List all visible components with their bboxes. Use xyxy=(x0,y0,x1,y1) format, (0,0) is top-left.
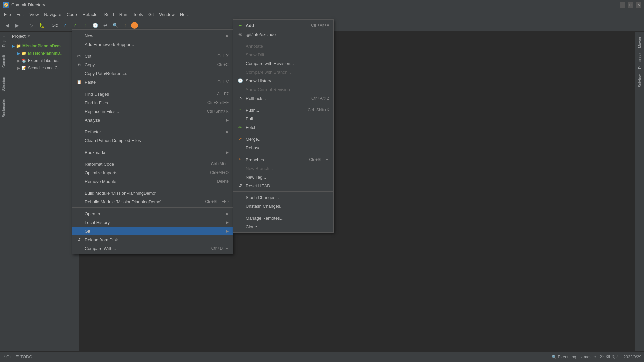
ctx-git-new-tag[interactable]: New Tag... xyxy=(233,173,333,181)
ctx-analyze[interactable]: Analyze ▶ xyxy=(72,116,233,124)
menu-help[interactable]: He... xyxy=(177,11,192,18)
sidebar-item-bookmarks[interactable]: Bookmarks xyxy=(0,95,9,121)
toolbar-git-check[interactable]: ✓ xyxy=(71,21,79,30)
ctx-compare-with[interactable]: Compare With... Ctrl+D ▼ xyxy=(72,244,233,253)
menu-bar: File Edit View Navigate Code Refactor Bu… xyxy=(0,10,644,19)
toolbar-git-history[interactable]: 🕐 xyxy=(91,21,100,30)
ctx-build-module[interactable]: Build Module 'MissionPlanningDemo' xyxy=(72,189,233,197)
menu-navigate[interactable]: Navigate xyxy=(41,11,64,18)
panel-dropdown-icon[interactable]: ▼ xyxy=(27,34,31,38)
menu-code[interactable]: Code xyxy=(64,11,80,18)
ctx-optimize[interactable]: Optimize Imports Ctrl+Alt+O xyxy=(72,168,233,177)
tree-item-mission[interactable]: ▶ 📁 MissionPlanninD... xyxy=(9,50,79,57)
menu-tools[interactable]: Tools xyxy=(130,11,146,18)
ctx-find-in-files[interactable]: Find in Files... Ctrl+Shift+F xyxy=(72,98,233,107)
sidebar-item-project[interactable]: Project xyxy=(0,32,9,51)
toolbar-circle[interactable]: ● xyxy=(131,22,138,29)
tree-item-scratches[interactable]: ▶ 📝 Scratches and C... xyxy=(9,64,79,72)
ctx-git-rollback[interactable]: ↺ Rollback... Ctrl+Alt+Z xyxy=(233,94,333,103)
menu-run[interactable]: Run xyxy=(117,11,130,18)
close-button[interactable]: ✕ xyxy=(636,2,641,8)
ctx-cut-label: Cut xyxy=(85,54,91,59)
ctx-git-manage-remotes[interactable]: Manage Remotes... xyxy=(233,214,333,222)
ctx-bookmarks[interactable]: Bookmarks ▶ xyxy=(72,148,233,157)
toolbar-run[interactable]: ▷ xyxy=(27,21,36,30)
ctx-copy[interactable]: ⎘Copy Ctrl+C xyxy=(72,60,233,69)
ctx-add-fw-label: Add Framework Support... xyxy=(85,42,136,47)
sidebar-maven[interactable]: Maven xyxy=(636,34,643,51)
ctx-git-show-history[interactable]: 🕐 Show History xyxy=(233,76,333,85)
ctx-git-merge[interactable]: ⤢ Merge... xyxy=(233,135,333,143)
menu-build[interactable]: Build xyxy=(102,11,117,18)
sidebar-database[interactable]: Database xyxy=(636,51,643,72)
sidebar-item-structure[interactable]: Structure xyxy=(0,72,9,95)
ctx-git-stash[interactable]: Stash Changes... xyxy=(233,193,333,202)
tree-item-external[interactable]: ▶ 📚 External Librarie... xyxy=(9,57,79,64)
ctx-open-in[interactable]: Open In ▶ xyxy=(72,209,233,218)
menu-file[interactable]: File xyxy=(1,11,14,18)
ctx-reload-disk[interactable]: ↺Reload from Disk xyxy=(72,235,233,244)
ctx-local-history[interactable]: Local History ▶ xyxy=(72,218,233,227)
toolbar-back[interactable]: ◀ xyxy=(3,21,11,30)
ctx-add-framework[interactable]: Add Framework Support... xyxy=(72,40,233,49)
ctx-replace-icon xyxy=(76,109,82,114)
toolbar-git-rollback[interactable]: ↩ xyxy=(101,21,110,30)
menu-git[interactable]: Git xyxy=(146,11,157,18)
ctx-git-clone[interactable]: Clone... xyxy=(233,222,333,231)
ctx-clean-icon xyxy=(76,138,82,143)
ctx-replace-in-files[interactable]: Replace in Files... Ctrl+Shift+R xyxy=(72,107,233,116)
title-bar-controls[interactable]: ─ □ ✕ xyxy=(620,2,641,8)
ctx-rebuild-module[interactable]: Rebuild Module 'MissionPlanningDemo' Ctr… xyxy=(72,197,233,206)
ctx-git-exclude[interactable]: ◉ .git/info/exclude xyxy=(233,30,333,39)
ctx-cut[interactable]: ✂Cut Ctrl+X xyxy=(72,52,233,60)
ctx-refactor[interactable]: Refactor ▶ xyxy=(72,127,233,136)
ctx-git-unstash[interactable]: Unstash Changes... xyxy=(233,202,333,210)
menu-window[interactable]: Window xyxy=(157,11,177,18)
ctx-new-label: New xyxy=(85,33,93,38)
ctx-git-push[interactable]: ↑ Push... Ctrl+Shift+K xyxy=(233,106,333,114)
ctx-git[interactable]: Git ▶ xyxy=(72,227,233,235)
ctx-compare-dropdown[interactable]: ▼ xyxy=(225,247,229,250)
ctx-sep-5 xyxy=(72,158,233,158)
sidebar-sciview[interactable]: SciView xyxy=(636,72,643,90)
ctx-git-show-history-label: Show History xyxy=(246,78,271,83)
menu-edit[interactable]: Edit xyxy=(14,11,26,18)
git-status-btn[interactable]: ⑂ Git xyxy=(3,355,11,359)
ctx-sep-6 xyxy=(72,187,233,187)
ctx-git-pull[interactable]: Pull... xyxy=(233,114,333,123)
ctx-new-arrow: ▶ xyxy=(226,34,229,38)
event-log-btn[interactable]: 🔍 Event Log xyxy=(552,355,576,359)
menu-refactor[interactable]: Refactor xyxy=(80,11,102,18)
ctx-git-fetch[interactable]: ✏ Fetch xyxy=(233,123,333,132)
toolbar-forward[interactable]: ▶ xyxy=(13,21,21,30)
maximize-button[interactable]: □ xyxy=(628,2,633,8)
ctx-git-add[interactable]: + Add Ctrl+Alt+A xyxy=(233,21,333,30)
ctx-remove-module[interactable]: Remove Module Delete xyxy=(72,177,233,186)
folder-mission-icon: 📁 xyxy=(21,51,26,56)
ctx-find-files-shortcut: Ctrl+Shift+F xyxy=(207,100,229,105)
ctx-git-branches[interactable]: ⑂ Branches... Ctrl+Shift+` xyxy=(233,155,333,164)
toolbar-upload[interactable]: ↑ xyxy=(121,21,130,30)
ctx-reformat[interactable]: Reformat Code Ctrl+Alt+L xyxy=(72,160,233,168)
menu-view[interactable]: View xyxy=(26,11,41,18)
ctx-reload-icon: ↺ xyxy=(76,237,82,242)
minimize-button[interactable]: ─ xyxy=(620,2,625,8)
tree-item-root[interactable]: ▶ 📁 MissionPlanninDem xyxy=(9,42,79,50)
ctx-git-compare-revision[interactable]: Compare with Revision... xyxy=(233,59,333,68)
ctx-clean-label: Clean Python Compiled Files xyxy=(85,138,141,143)
ctx-git-rebase[interactable]: Rebase... xyxy=(233,143,333,152)
ctx-find-usages[interactable]: Find Usages Alt+F7 xyxy=(72,89,233,98)
ctx-new[interactable]: New ▶ xyxy=(72,31,233,40)
ctx-clean-python[interactable]: Clean Python Compiled Files xyxy=(72,136,233,145)
ctx-paste[interactable]: 📋Paste Ctrl+V xyxy=(72,78,233,86)
sidebar-item-commit[interactable]: Commit xyxy=(0,51,9,72)
toolbar-search[interactable]: 🔍 xyxy=(111,21,120,30)
todo-btn[interactable]: ☰ TODO xyxy=(15,355,32,359)
ctx-git-reset-head[interactable]: ↺ Reset HEAD... xyxy=(233,181,333,190)
ctx-copy-path[interactable]: Copy Path/Reference... xyxy=(72,69,233,78)
branch-indicator[interactable]: ⑂ master xyxy=(580,355,596,359)
ctx-git-sep-1 xyxy=(233,40,333,40)
toolbar-git-push[interactable]: ↑ xyxy=(81,21,90,30)
toolbar-git-update[interactable]: ✓ xyxy=(61,21,69,30)
toolbar-debug[interactable]: 🐛 xyxy=(37,21,46,30)
